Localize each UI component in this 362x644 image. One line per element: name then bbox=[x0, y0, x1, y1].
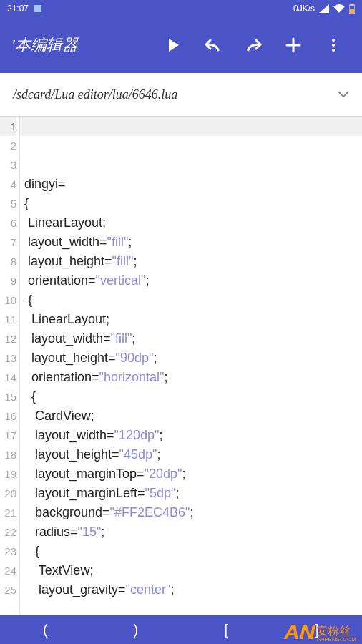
line-number: 11 bbox=[0, 310, 16, 329]
run-button[interactable] bbox=[156, 28, 190, 62]
line-number: 15 bbox=[0, 387, 16, 406]
watermark-en: ANFENSI.COM bbox=[316, 637, 356, 643]
symbol-key[interactable]: [ bbox=[181, 622, 272, 638]
status-app-icon bbox=[33, 4, 43, 14]
chevron-down-icon bbox=[338, 88, 349, 101]
line-number: 4 bbox=[0, 175, 16, 194]
code-line[interactable]: { bbox=[20, 194, 362, 213]
svg-rect-0 bbox=[34, 5, 41, 12]
code-line[interactable]: CardView; bbox=[20, 406, 362, 426]
code-line[interactable]: layout_height="90dp"; bbox=[20, 348, 362, 368]
code-line[interactable] bbox=[20, 117, 362, 136]
line-number: 19 bbox=[0, 464, 16, 484]
watermark-cn: 安粉丝 bbox=[316, 625, 356, 637]
battery-icon bbox=[349, 4, 355, 14]
code-line[interactable]: orientation="horizontal"; bbox=[20, 368, 362, 387]
status-bar: 21:07 0JK/s bbox=[0, 0, 362, 17]
svg-point-6 bbox=[332, 49, 335, 52]
line-number: 9 bbox=[0, 271, 16, 291]
undo-button[interactable] bbox=[196, 28, 230, 62]
wifi-icon bbox=[333, 4, 345, 13]
code-line[interactable]: layout_height="fill"; bbox=[20, 252, 362, 271]
file-path: /sdcard/Lua editor/lua/6646.lua bbox=[13, 87, 338, 102]
code-line[interactable]: { bbox=[20, 387, 362, 406]
code-line[interactable]: layout_marginLeft="5dp"; bbox=[20, 484, 362, 503]
status-net-speed: 0JK/s bbox=[293, 4, 315, 14]
code-line[interactable]: layout_height="45dp"; bbox=[20, 445, 362, 464]
symbol-key[interactable]: ( bbox=[0, 622, 91, 638]
watermark: AN 安粉丝 ANFENSI.COM bbox=[284, 621, 356, 643]
line-number: 12 bbox=[0, 329, 16, 348]
code-content[interactable]: dingyi={ LinearLayout; layout_width="fil… bbox=[20, 117, 362, 615]
line-number: 18 bbox=[0, 445, 16, 464]
line-number: 25 bbox=[0, 580, 16, 600]
line-number-gutter: 1234567891011121314151617181920212223242… bbox=[0, 117, 20, 615]
svg-rect-3 bbox=[350, 9, 354, 13]
line-number: 21 bbox=[0, 503, 16, 522]
signal-icon bbox=[319, 4, 329, 13]
line-number: 16 bbox=[0, 406, 16, 426]
line-number: 3 bbox=[0, 155, 16, 175]
code-line[interactable]: layout_width="fill"; bbox=[20, 233, 362, 252]
svg-point-5 bbox=[332, 44, 335, 47]
line-number: 20 bbox=[0, 484, 16, 503]
code-line[interactable]: layout_width="fill"; bbox=[20, 329, 362, 348]
line-number: 13 bbox=[0, 348, 16, 368]
redo-button[interactable] bbox=[236, 28, 270, 62]
path-bar[interactable]: /sdcard/Lua editor/lua/6646.lua bbox=[0, 73, 362, 116]
symbol-bar: ()[] AN 安粉丝 ANFENSI.COM bbox=[0, 615, 362, 644]
line-number: 2 bbox=[0, 136, 16, 155]
code-line[interactable]: layout_marginTop="20dp"; bbox=[20, 464, 362, 484]
code-line[interactable]: layout_gravity="center"; bbox=[20, 580, 362, 600]
code-line[interactable]: LinearLayout; bbox=[20, 310, 362, 329]
line-number: 23 bbox=[0, 542, 16, 561]
line-number: 1 bbox=[0, 117, 16, 136]
add-button[interactable] bbox=[276, 28, 310, 62]
svg-point-4 bbox=[332, 39, 335, 42]
watermark-logo: AN bbox=[284, 621, 315, 643]
line-number: 14 bbox=[0, 368, 16, 387]
line-number: 8 bbox=[0, 252, 16, 271]
app-title: '本编辑器 bbox=[11, 34, 150, 56]
line-number: 24 bbox=[0, 561, 16, 580]
line-number: 5 bbox=[0, 194, 16, 213]
code-line[interactable]: dingyi= bbox=[20, 175, 362, 194]
toolbar: '本编辑器 bbox=[0, 17, 362, 73]
line-number: 10 bbox=[0, 291, 16, 310]
code-line[interactable] bbox=[20, 136, 362, 155]
code-line[interactable]: layout_width="120dp"; bbox=[20, 426, 362, 445]
code-line[interactable]: TextView; bbox=[20, 561, 362, 580]
status-time: 21:07 bbox=[7, 4, 29, 14]
code-editor[interactable]: 1234567891011121314151617181920212223242… bbox=[0, 116, 362, 615]
code-line[interactable]: background="#FF2EC4B6"; bbox=[20, 503, 362, 522]
line-number: 22 bbox=[0, 522, 16, 542]
code-line[interactable]: orientation="vertical"; bbox=[20, 271, 362, 291]
code-line[interactable]: radius="15"; bbox=[20, 522, 362, 542]
code-line[interactable]: LinearLayout; bbox=[20, 213, 362, 233]
code-line[interactable]: { bbox=[20, 542, 362, 561]
overflow-menu-button[interactable] bbox=[316, 28, 351, 62]
line-number: 7 bbox=[0, 233, 16, 252]
symbol-key[interactable]: ) bbox=[91, 622, 182, 638]
line-number: 17 bbox=[0, 426, 16, 445]
line-number: 6 bbox=[0, 213, 16, 233]
code-line[interactable]: { bbox=[20, 291, 362, 310]
svg-rect-2 bbox=[351, 4, 353, 5]
code-line[interactable] bbox=[20, 155, 362, 175]
